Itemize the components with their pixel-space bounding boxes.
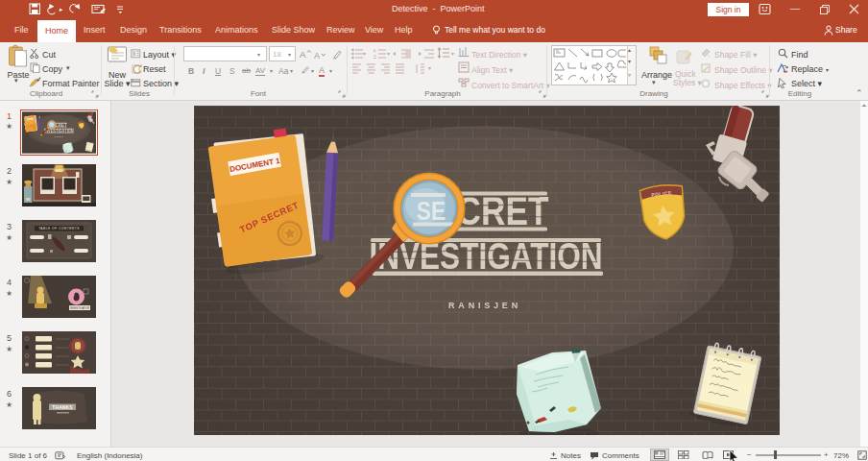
svg-text:INVESTIGATOR: INVESTIGATOR <box>70 306 89 310</box>
svg-text:SE: SE <box>50 123 54 127</box>
svg-text:RANISJEN: RANISJEN <box>448 301 521 310</box>
svg-text:SE: SE <box>417 196 446 225</box>
svg-text:TABLE OF CONTENTS: TABLE OF CONTENTS <box>38 227 80 230</box>
svg-text:THANKS: THANKS <box>52 405 72 410</box>
svg-text:A: A <box>300 49 306 59</box>
svg-text:A: A <box>314 51 320 60</box>
